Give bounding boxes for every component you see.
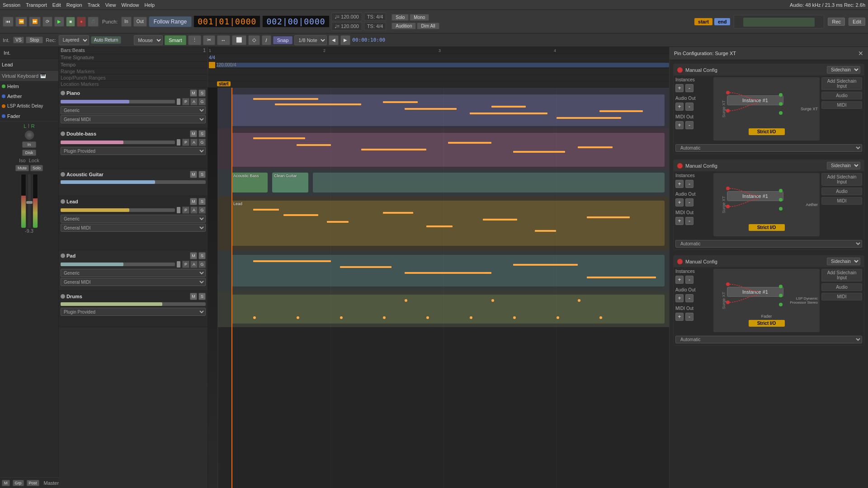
menu-edit[interactable]: Edit	[52, 2, 61, 8]
mute-button[interactable]: Mute	[15, 165, 29, 171]
drums-fader[interactable]	[61, 302, 206, 306]
audition-btn[interactable]: Audition	[392, 23, 416, 29]
transport-click-btn[interactable]: 🎵	[88, 17, 99, 27]
dim-all-btn[interactable]: Dim All	[417, 23, 439, 29]
acoustic-bass-clip[interactable]: Acoustic Bass	[231, 173, 268, 192]
drums-record-dot[interactable]	[61, 294, 65, 299]
bass-fader[interactable]	[61, 141, 175, 144]
post-btn[interactable]: Post	[27, 480, 39, 486]
bass-p-btn[interactable]: P	[182, 139, 189, 146]
audio-out-minus-3[interactable]: -	[685, 294, 693, 302]
virtual-keyboard-strip[interactable]: Virtual Keyboard 🎹	[0, 70, 58, 81]
menu-help[interactable]: Help	[145, 2, 155, 8]
transport-record-btn[interactable]: ●	[77, 17, 86, 27]
mono-btn[interactable]: Mono	[410, 14, 429, 21]
pad-a-btn[interactable]: A	[190, 261, 198, 268]
pad-midi-select[interactable]: General MIDI	[61, 278, 206, 286]
pad-clip[interactable]	[231, 255, 665, 286]
audio-out-plus-2[interactable]: +	[675, 198, 684, 206]
m-bottom-btn[interactable]: M	[2, 480, 10, 486]
transport-play-btn[interactable]: ▶	[54, 17, 64, 27]
plugin-lsp[interactable]: LSP Artistic Delay	[0, 101, 58, 111]
menu-track[interactable]: Track	[88, 2, 100, 8]
piano-a-btn[interactable]: A	[190, 98, 198, 105]
lead-p-btn[interactable]: P	[182, 206, 189, 214]
transport-home-btn[interactable]: ⏮	[3, 17, 14, 27]
guitar-long-clip[interactable]	[313, 173, 665, 192]
lead-record-dot[interactable]	[61, 199, 65, 204]
tool-btn-1[interactable]: ⋮	[188, 35, 201, 45]
prev-marker-btn[interactable]: ◀	[329, 35, 339, 45]
sidechain-select-3[interactable]: Sidechain	[827, 258, 860, 265]
bass-record-dot[interactable]	[61, 131, 65, 136]
disk-button[interactable]: Disk	[22, 150, 37, 156]
transport-back-btn[interactable]: ⏪	[15, 17, 27, 27]
transport-loop-btn[interactable]: ⟳	[42, 17, 52, 27]
tool-btn-6[interactable]: /	[262, 35, 271, 45]
lead-s-btn[interactable]: S	[198, 198, 206, 205]
pad-s-btn[interactable]: S	[198, 252, 206, 259]
auto-select-3[interactable]: Automatic	[675, 336, 862, 343]
tool-btn-4[interactable]: ⬜	[232, 35, 246, 45]
midi-out-plus-2[interactable]: +	[675, 217, 684, 225]
guitar-fader[interactable]	[61, 180, 206, 184]
piano-midi-select[interactable]: General MIDI	[61, 115, 206, 123]
grp-btn[interactable]: Grp	[13, 480, 24, 486]
auto-select-1[interactable]: Automatic	[675, 144, 862, 152]
guitar-record-dot[interactable]	[61, 172, 65, 177]
drums-s-btn[interactable]: S	[198, 293, 206, 300]
pad-fader[interactable]	[61, 263, 175, 266]
mouse-mode-select[interactable]: Mouse	[134, 35, 163, 45]
pad-record-dot[interactable]	[61, 253, 65, 258]
midi-out-plus-3[interactable]: +	[675, 313, 684, 321]
audio-out-plus-3[interactable]: +	[675, 294, 684, 302]
midi-sidechain-btn-1[interactable]: MIDI	[821, 101, 862, 109]
next-marker-btn[interactable]: ▶	[340, 35, 350, 45]
add-sidechain-btn-1[interactable]: Add Sidechain Input	[821, 77, 862, 90]
clean-guitar-clip[interactable]: Clean Guitar	[272, 173, 308, 192]
pad-plugin-select[interactable]: Generic	[61, 269, 206, 277]
smart-btn[interactable]: Smart	[165, 35, 186, 45]
drums-plugin-select[interactable]: Plugin Provided	[61, 308, 206, 316]
plugin-aether[interactable]: Aether	[0, 91, 58, 101]
midi-out-minus-2[interactable]: -	[685, 217, 693, 225]
pad-g-btn[interactable]: G	[198, 261, 206, 268]
solo-button[interactable]: Solo	[30, 165, 43, 171]
bass-a-btn[interactable]: A	[190, 139, 198, 146]
audio-sidechain-btn-3[interactable]: Audio	[821, 283, 862, 291]
midi-sidechain-btn-2[interactable]: MIDI	[821, 197, 862, 205]
piano-m-btn[interactable]: M	[190, 89, 197, 97]
stop-btn[interactable]: Stop	[26, 37, 43, 43]
plugin-fader[interactable]: Fader	[0, 111, 58, 121]
lead-fader-handle[interactable]	[177, 207, 180, 213]
bass-g-btn[interactable]: G	[198, 139, 206, 146]
pan-knob[interactable]	[25, 131, 34, 140]
lead-a-btn[interactable]: A	[190, 206, 198, 214]
audio-sidechain-btn-2[interactable]: Audio	[821, 188, 862, 195]
piano-s-btn[interactable]: S	[198, 89, 206, 97]
menu-region[interactable]: Region	[66, 2, 82, 8]
auto-return-btn[interactable]: Auto Return	[91, 36, 121, 44]
edit-btn[interactable]: Edit	[849, 18, 865, 26]
rec-big-btn[interactable]: Rec	[828, 18, 845, 26]
sidechain-select-1[interactable]: Sidechain	[827, 66, 860, 74]
menu-session[interactable]: Session	[3, 2, 20, 8]
midi-out-plus-1[interactable]: +	[675, 121, 684, 129]
bass-clip[interactable]	[231, 133, 665, 167]
midi-out-minus-1[interactable]: -	[685, 121, 693, 129]
plugin-helm[interactable]: Helm	[0, 81, 58, 91]
guitar-m-btn[interactable]: M	[190, 171, 197, 178]
transport-stop-btn[interactable]: ■	[66, 17, 75, 27]
end-label[interactable]: end	[714, 18, 731, 25]
bass-plugin-select[interactable]: Plugin Provided	[61, 147, 206, 155]
pad-fader-handle[interactable]	[177, 261, 180, 267]
note-select[interactable]: 1/8 Note	[294, 35, 327, 45]
punch-in-btn[interactable]: In	[121, 17, 131, 27]
lead-fader[interactable]	[61, 208, 175, 212]
audio-out-plus-1[interactable]: +	[675, 103, 684, 111]
tool-btn-3[interactable]: ↔	[217, 35, 230, 45]
close-panel-btn[interactable]: ✕	[858, 50, 863, 57]
add-sidechain-btn-3[interactable]: Add Sidechain Input	[821, 269, 862, 282]
midi-out-minus-3[interactable]: -	[685, 313, 693, 321]
snap-btn[interactable]: Snap	[273, 36, 293, 44]
